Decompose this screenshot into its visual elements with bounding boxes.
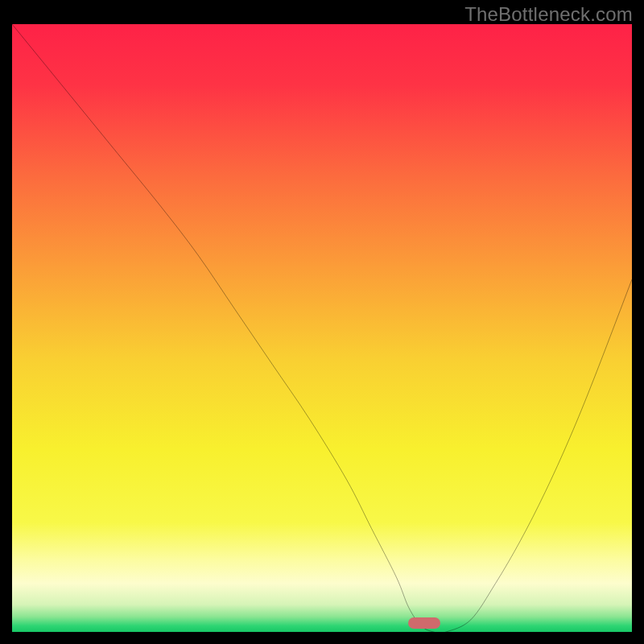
chart-frame: TheBottleneck.com bbox=[0, 0, 644, 644]
bottleneck-curve bbox=[12, 24, 632, 632]
curve-path bbox=[12, 24, 632, 632]
optimal-marker bbox=[408, 617, 440, 629]
plot-area bbox=[12, 24, 632, 632]
watermark-text: TheBottleneck.com bbox=[464, 3, 633, 26]
